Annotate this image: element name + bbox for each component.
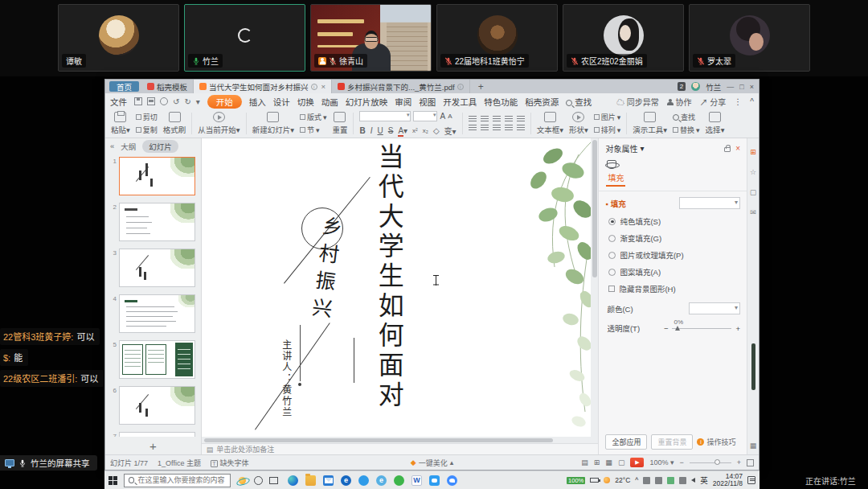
zoom-slider-thumb[interactable] <box>714 459 720 465</box>
slideshow-play-button[interactable]: ▶ <box>630 458 644 467</box>
beautify-button[interactable]: ◆一键美化▴ <box>411 458 453 468</box>
tab-home[interactable]: 首页 <box>109 81 139 92</box>
bold-button[interactable]: B <box>359 126 365 135</box>
panel-caret-icon[interactable]: ▾ <box>640 144 644 153</box>
print-icon[interactable] <box>147 97 155 105</box>
account-avatar[interactable] <box>691 82 700 91</box>
account-name[interactable]: 竹兰 <box>706 81 721 92</box>
vertical-line-shape[interactable] <box>300 325 301 381</box>
menu-find[interactable]: 查找 <box>566 96 592 108</box>
reset-background-button[interactable]: 重置背景 <box>651 434 693 450</box>
align-left-icon[interactable] <box>469 116 477 122</box>
clock[interactable]: 14:07 2022/11/8 <box>713 473 743 487</box>
close-tab-icon[interactable]: × <box>321 82 326 91</box>
strike-button[interactable]: S <box>388 126 394 135</box>
slide-thumbnail-5[interactable]: 5 <box>108 340 195 379</box>
cortana-icon[interactable] <box>254 476 263 485</box>
menu-animation[interactable]: 动画 <box>321 96 338 108</box>
layout-button[interactable]: 版式▾ <box>300 112 327 122</box>
italic-button[interactable]: I <box>371 126 373 135</box>
video-tile[interactable]: 农区2班02金丽娟 <box>563 4 684 72</box>
slide-canvas[interactable]: 当代大学生如何面对 乡村振兴 主讲人：黄竹兰 <box>202 138 592 437</box>
doc-info-icon[interactable]: i <box>457 84 464 90</box>
menu-design[interactable]: 设计 <box>273 96 290 108</box>
menu-start[interactable]: 开始 <box>207 95 242 109</box>
layers-panel-icon[interactable]: ▢ <box>750 188 757 196</box>
security-app-icon[interactable] <box>394 475 404 486</box>
arrange-button[interactable]: 排列▾ <box>594 125 621 135</box>
slide-title-text[interactable]: 当代大学生如何面对 <box>371 143 407 433</box>
theme-name[interactable]: 1_Office 主题 <box>158 458 201 468</box>
apply-all-button[interactable]: 全部应用 <box>605 434 647 450</box>
bullets-icon[interactable] <box>469 125 477 131</box>
search-input[interactable] <box>137 476 226 484</box>
search-highlights-icon[interactable] <box>237 475 248 486</box>
menu-file[interactable]: 文件 <box>110 96 127 108</box>
vertical-line-shape[interactable] <box>354 338 355 383</box>
tab-fill[interactable]: 填充 <box>606 171 625 187</box>
slide-thumbnail-4[interactable]: 4 <box>108 294 195 333</box>
redo-icon[interactable]: ↻ <box>184 97 190 106</box>
collapse-panel-button[interactable]: « <box>110 142 114 150</box>
menu-features[interactable]: 特色功能 <box>484 96 518 108</box>
zoom-level[interactable]: 100% ▾ <box>649 458 674 466</box>
tab-pdf-doc[interactable]: 乡村振兴背景下的..._黄竹兰.pdf i <box>332 80 470 93</box>
cut-button[interactable]: 剪切 <box>136 112 158 122</box>
color-dropdown[interactable] <box>689 302 740 314</box>
mail-icon[interactable] <box>323 475 334 486</box>
maximize-button[interactable]: □ <box>739 83 743 91</box>
reset-button[interactable]: 重置 <box>332 112 347 135</box>
collapse-ribbon-icon[interactable]: ^ <box>750 97 754 106</box>
canvas-horizontal-scrollbar[interactable] <box>202 437 599 443</box>
close-panel-icon[interactable]: × <box>735 144 740 153</box>
video-tile[interactable]: 竹兰 <box>184 4 305 72</box>
ie-browser-icon[interactable]: e <box>376 475 387 486</box>
indent-icon[interactable] <box>493 125 501 131</box>
slide-thumbnail-7[interactable]: 7 <box>108 432 195 437</box>
menu-devtools[interactable]: 开发工具 <box>443 96 477 108</box>
canvas-vertical-scrollbar[interactable] <box>591 138 598 437</box>
section-button[interactable]: 节▾ <box>300 125 327 135</box>
transparency-plus[interactable]: + <box>735 324 740 333</box>
superscript-button[interactable]: x² <box>412 127 418 134</box>
slide-thumbnail-1[interactable]: 1 <box>108 157 195 195</box>
columns-icon[interactable] <box>517 125 525 131</box>
subscript-button[interactable]: x₂ <box>423 127 428 134</box>
find-button[interactable]: 查找 <box>673 112 700 122</box>
taskbar-search[interactable] <box>124 474 231 487</box>
copy-button[interactable]: 复制 <box>136 125 158 135</box>
slide-thumbnail-3[interactable]: 3 <box>108 249 195 287</box>
zoom-out-icon[interactable]: − <box>679 458 683 466</box>
outdent-icon[interactable] <box>505 125 513 131</box>
replace-button[interactable]: 替换▾ <box>673 125 700 135</box>
pen-tray-icon[interactable] <box>643 477 650 484</box>
radio-picture-fill[interactable] <box>608 252 616 259</box>
new-tab-button[interactable]: + <box>470 80 492 93</box>
save-icon[interactable] <box>134 97 142 105</box>
font-color-button[interactable]: A▾ <box>398 126 407 135</box>
qat-caret-icon[interactable]: ▾ <box>196 97 200 106</box>
star-panel-icon[interactable]: ☆ <box>750 168 756 176</box>
undo-icon[interactable]: ↺ <box>173 97 179 106</box>
sync-tray-icon[interactable] <box>667 477 674 484</box>
menu-view[interactable]: 视图 <box>419 96 436 108</box>
add-slide-button[interactable]: + <box>105 437 201 454</box>
radio-solid-fill[interactable] <box>608 218 616 225</box>
doc-info-icon[interactable]: i <box>311 84 317 90</box>
justify-icon[interactable] <box>505 116 513 122</box>
file-explorer-icon[interactable] <box>305 475 316 486</box>
edge-browser-icon[interactable] <box>288 475 298 486</box>
picture-button[interactable]: 图片▾ <box>594 112 621 122</box>
slide-thumbnail-2[interactable]: 2 <box>108 203 195 241</box>
temperature[interactable]: 22°C <box>615 476 630 484</box>
browser-e-icon[interactable]: e <box>341 475 351 486</box>
paste-button[interactable]: 粘贴▾ <box>111 112 130 135</box>
reading-view-icon[interactable]: ▢ <box>618 458 625 466</box>
textbox-button[interactable]: 文本框▾ <box>537 112 563 135</box>
slide-presenter-text[interactable]: 主讲人：黄竹兰 <box>280 339 293 428</box>
chat-app-icon[interactable] <box>429 475 440 486</box>
share-button[interactable]: ↗ 分享 <box>700 96 727 108</box>
checkbox-hide-background[interactable] <box>608 286 615 292</box>
notes-bar[interactable]: ▤ 单击此处添加备注 <box>202 443 599 454</box>
line-spacing-icon[interactable] <box>517 116 525 122</box>
